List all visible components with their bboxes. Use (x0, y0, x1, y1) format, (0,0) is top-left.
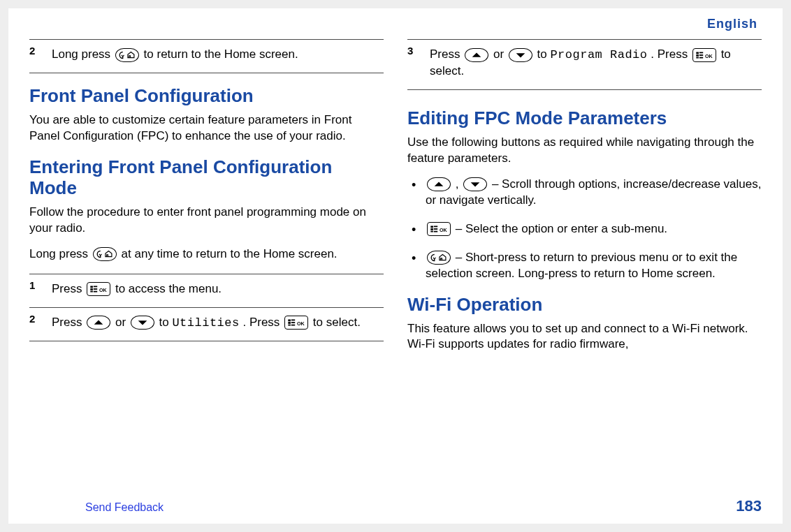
svg-rect-25 (434, 228, 437, 230)
svg-rect-1 (90, 288, 93, 290)
content-columns: 2 Long press to return to the Home scree… (29, 39, 762, 362)
svg-rect-24 (434, 226, 437, 228)
text: to select. (313, 316, 361, 329)
document-page: English 2 Long press to return to the Ho… (8, 8, 783, 524)
step-number: 3 (407, 44, 413, 58)
text: to return to the Home screen. (144, 47, 298, 61)
menu-ok-icon: OK (427, 222, 451, 236)
step-2: 2 Press or to Utilities . Press OK (29, 307, 384, 342)
step-3: 3 Press or to Program Radio . Press OK (407, 39, 762, 90)
svg-rect-26 (434, 231, 437, 232)
editing-bullets: , – Scroll through options, increase/dec… (407, 177, 762, 282)
svg-rect-9 (288, 325, 291, 326)
text: – Select the option or enter a sub-menu. (456, 222, 667, 235)
svg-rect-21 (430, 226, 433, 228)
svg-text:OK: OK (99, 287, 108, 293)
heading-wifi: Wi-Fi Operation (407, 295, 762, 316)
down-arrow-icon (509, 48, 532, 62)
svg-rect-11 (291, 322, 295, 323)
up-arrow-icon (465, 48, 488, 62)
svg-rect-18 (699, 54, 703, 56)
back-home-icon (115, 48, 139, 62)
svg-rect-8 (288, 322, 291, 324)
text: . Press (651, 47, 691, 61)
svg-rect-3 (94, 286, 97, 288)
svg-rect-0 (90, 286, 93, 288)
entering-note: Long press at any time to return to the … (29, 246, 384, 263)
page-footer: Send Feedback 183 (29, 496, 762, 517)
svg-rect-4 (94, 288, 97, 290)
svg-rect-2 (90, 291, 93, 293)
bullet-scroll: , – Scroll through options, increase/dec… (407, 177, 762, 209)
right-column: 3 Press or to Program Radio . Press OK (407, 39, 762, 362)
send-feedback-link[interactable]: Send Feedback (85, 500, 164, 515)
back-home-icon (93, 247, 117, 261)
entering-intro: Follow the procedure to enter front pane… (29, 205, 384, 237)
step-number: 1 (29, 279, 35, 293)
step-body: Long press to return to the Home screen. (52, 47, 384, 63)
step-number: 2 (29, 44, 35, 58)
text: or (493, 47, 507, 61)
step-body: Press or to Utilities . Press OK to sel (52, 315, 384, 332)
text: – Short-press to return to previous menu… (426, 251, 737, 280)
step-prev-2: 2 Long press to return to the Home scree… (29, 39, 384, 73)
svg-rect-15 (696, 54, 699, 57)
fpc-intro: You are able to customize certain featur… (29, 112, 384, 145)
svg-rect-14 (696, 52, 699, 54)
menu-ok-icon: OK (692, 48, 716, 62)
step-number: 2 (29, 312, 35, 326)
page-number: 183 (736, 496, 762, 517)
svg-rect-10 (291, 320, 295, 321)
text: to access the menu. (115, 282, 222, 295)
svg-text:OK: OK (297, 320, 305, 327)
svg-text:OK: OK (440, 227, 448, 233)
text: to (537, 47, 551, 61)
heading-editing-fpc: Editing FPC Mode Parameters (407, 108, 762, 129)
svg-rect-22 (430, 228, 433, 230)
menu-ok-icon: OK (284, 316, 308, 330)
text: Long press (52, 47, 114, 61)
step-body: Press or to Program Radio . Press OK to (430, 47, 762, 80)
svg-rect-12 (291, 325, 295, 326)
wifi-intro: This feature allows you to set up and co… (407, 321, 762, 353)
text: Press (52, 282, 85, 295)
left-column: 2 Long press to return to the Home scree… (29, 39, 384, 362)
svg-rect-19 (699, 57, 703, 59)
text: at any time to return to the Home screen… (122, 247, 338, 260)
back-home-icon (427, 251, 451, 265)
svg-rect-7 (288, 320, 291, 322)
svg-rect-23 (430, 231, 433, 232)
heading-entering-fpc: Entering Front Panel Configuration Mode (29, 157, 384, 199)
mono-text: Program Radio (550, 48, 647, 61)
text: , (456, 177, 462, 191)
text: Long press (29, 247, 92, 260)
editing-intro: Use the following buttons as required wh… (407, 135, 762, 167)
menu-ok-icon: OK (87, 282, 110, 296)
text: . Press (242, 316, 283, 329)
bullet-back: – Short-press to return to previous menu… (407, 250, 762, 282)
step-body: Press OK to access the menu. (52, 281, 384, 297)
svg-text:OK: OK (705, 52, 713, 59)
heading-fpc: Front Panel Configuration (29, 86, 384, 107)
text: to (159, 316, 173, 329)
up-arrow-icon (427, 177, 451, 191)
svg-rect-5 (94, 291, 97, 293)
down-arrow-icon (463, 177, 487, 191)
bullet-select: OK – Select the option or enter a sub-me… (407, 221, 762, 237)
down-arrow-icon (131, 316, 154, 330)
svg-rect-17 (699, 52, 703, 53)
text: or (115, 316, 129, 329)
up-arrow-icon (87, 316, 110, 330)
svg-rect-16 (696, 57, 699, 59)
mono-text: Utilities (172, 316, 239, 330)
step-1: 1 Press OK to access the menu. (29, 274, 384, 307)
text: Press (430, 47, 463, 61)
language-header: English (29, 15, 757, 32)
text: Press (52, 316, 85, 329)
